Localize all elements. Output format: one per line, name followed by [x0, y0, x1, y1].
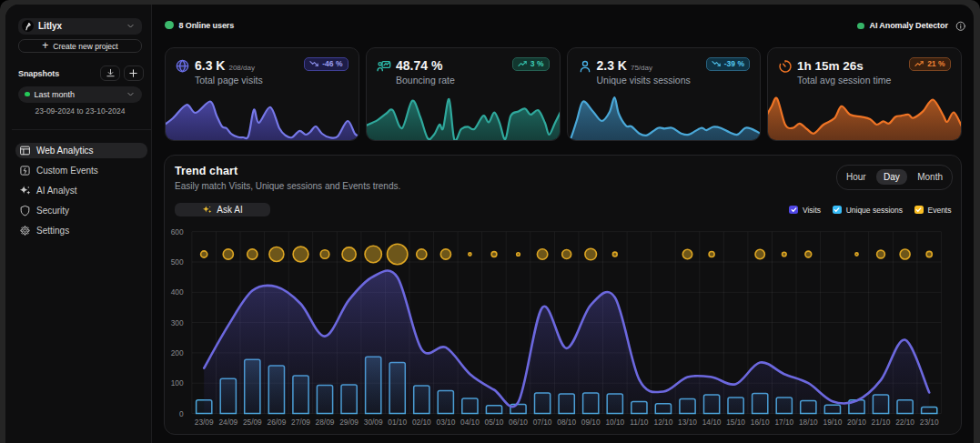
svg-text:04/10: 04/10 — [460, 417, 480, 426]
svg-text:10/10: 10/10 — [605, 417, 624, 426]
svg-text:27/09: 27/09 — [291, 417, 310, 426]
svg-text:17/10: 17/10 — [774, 417, 793, 426]
svg-text:01/10: 01/10 — [388, 417, 407, 426]
svg-text:12/10: 12/10 — [654, 417, 673, 426]
svg-text:23/10: 23/10 — [920, 417, 939, 426]
svg-text:18/10: 18/10 — [799, 417, 818, 426]
svg-text:20/10: 20/10 — [847, 417, 866, 426]
svg-text:11/10: 11/10 — [630, 417, 649, 426]
svg-text:05/10: 05/10 — [485, 417, 504, 426]
svg-text:06/10: 06/10 — [509, 417, 528, 426]
svg-text:500: 500 — [171, 257, 184, 267]
svg-text:23/09: 23/09 — [195, 417, 214, 426]
svg-text:400: 400 — [171, 287, 184, 297]
svg-text:200: 200 — [171, 347, 184, 357]
svg-text:14/10: 14/10 — [702, 417, 722, 426]
svg-text:21/10: 21/10 — [872, 417, 891, 426]
svg-text:28/09: 28/09 — [316, 417, 335, 426]
svg-text:300: 300 — [171, 317, 184, 327]
svg-text:09/10: 09/10 — [581, 417, 601, 426]
svg-text:26/09: 26/09 — [268, 417, 287, 426]
svg-text:100: 100 — [171, 378, 184, 388]
svg-text:25/09: 25/09 — [243, 417, 262, 426]
svg-text:22/10: 22/10 — [895, 417, 914, 426]
svg-text:30/09: 30/09 — [364, 417, 383, 426]
svg-text:0: 0 — [179, 408, 184, 418]
svg-text:19/10: 19/10 — [823, 417, 843, 426]
svg-text:07/10: 07/10 — [533, 417, 552, 426]
svg-text:02/10: 02/10 — [412, 417, 431, 426]
svg-text:08/10: 08/10 — [557, 417, 576, 426]
svg-text:16/10: 16/10 — [751, 417, 770, 426]
svg-text:600: 600 — [171, 227, 184, 236]
svg-text:03/10: 03/10 — [437, 417, 456, 426]
svg-text:15/10: 15/10 — [726, 417, 745, 426]
svg-text:24/09: 24/09 — [218, 417, 237, 426]
svg-text:29/09: 29/09 — [339, 417, 359, 426]
svg-text:13/10: 13/10 — [678, 417, 697, 426]
